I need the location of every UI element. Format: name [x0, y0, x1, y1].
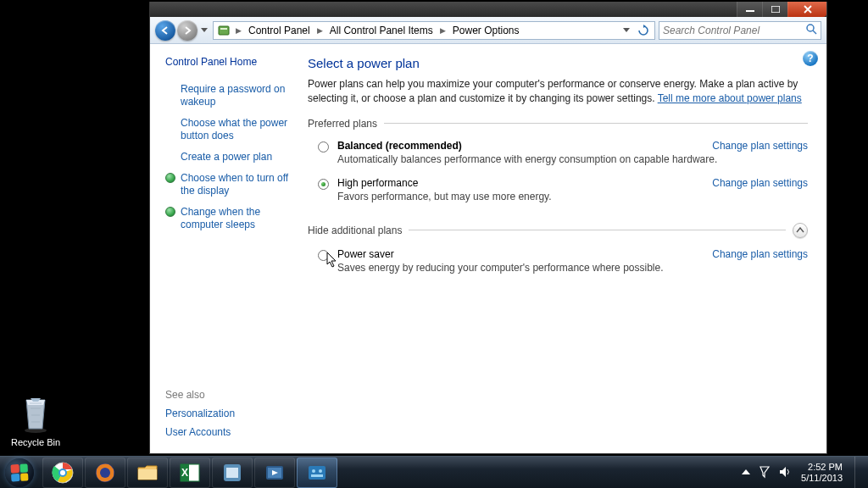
recycle-bin-label: Recycle Bin: [10, 437, 61, 447]
plan-power-saver-desc: Saves energy by reducing your computer's…: [337, 262, 808, 274]
app-icon: [220, 461, 244, 485]
recycle-bin-icon[interactable]: Recycle Bin: [10, 391, 61, 447]
minimize-button[interactable]: [737, 2, 762, 17]
plan-balanced-name: Balanced (recommended): [337, 140, 462, 152]
close-button[interactable]: [787, 2, 826, 17]
svg-rect-13: [138, 469, 157, 480]
sidebar-link-password-wakeup[interactable]: Require a password on wakeup: [165, 83, 292, 108]
address-dropdown[interactable]: [619, 23, 634, 38]
svg-point-5: [807, 25, 814, 31]
folder-icon: [136, 461, 159, 485]
help-icon[interactable]: ?: [803, 51, 818, 66]
breadcrumb-power-options[interactable]: Power Options: [451, 25, 521, 36]
sidebar-link-power-button[interactable]: Choose what the power button does: [165, 117, 292, 142]
svg-point-10: [60, 470, 65, 475]
preferred-plans-header: Preferred plans: [308, 118, 808, 130]
refresh-button[interactable]: [636, 23, 651, 38]
plan-power-saver: Power saver Change plan settings Saves e…: [308, 245, 808, 282]
back-button[interactable]: [155, 20, 175, 41]
windows-logo-icon: [10, 463, 28, 481]
taskbar-explorer[interactable]: [127, 458, 168, 488]
control-panel-home-link[interactable]: Control Panel Home: [165, 56, 292, 68]
plan-balanced-desc: Automatically balances performance with …: [337, 153, 808, 165]
change-plan-settings-link[interactable]: Change plan settings: [712, 248, 808, 260]
plan-high-performance-name: High performance: [337, 177, 418, 189]
maximize-button[interactable]: [762, 2, 787, 17]
navbar: ▶ Control Panel ▶ All Control Panel Item…: [150, 17, 826, 44]
intro-text: Power plans can help you maximize your c…: [308, 77, 808, 106]
media-icon: [263, 461, 287, 485]
plan-power-saver-radio[interactable]: [318, 250, 329, 261]
tray-overflow-button[interactable]: [742, 468, 750, 478]
sidebar-link-create-plan[interactable]: Create a power plan: [165, 151, 292, 164]
change-plan-settings-link[interactable]: Change plan settings: [712, 140, 808, 152]
see-also-personalization[interactable]: Personalization: [165, 408, 292, 419]
additional-plans-header: Hide additional plans: [308, 223, 808, 238]
clock-date: 5/11/2013: [801, 473, 843, 484]
breadcrumb-control-panel[interactable]: Control Panel: [247, 25, 312, 36]
svg-rect-24: [311, 474, 323, 477]
control-panel-task-icon: [305, 461, 329, 485]
svg-point-12: [100, 468, 110, 478]
taskbar-chrome[interactable]: [42, 458, 83, 488]
plan-high-performance-desc: Favors performance, but may use more ene…: [337, 191, 808, 202]
address-bar[interactable]: ▶ Control Panel ▶ All Control Panel Item…: [213, 21, 655, 40]
chrome-icon: [51, 461, 75, 485]
search-icon[interactable]: [805, 23, 817, 37]
clock[interactable]: 2:52 PM 5/11/2013: [801, 462, 846, 483]
search-box[interactable]: [659, 21, 821, 40]
system-tray: 2:52 PM 5/11/2013: [742, 457, 868, 489]
svg-point-22: [312, 469, 315, 473]
control-panel-window: ▶ Control Panel ▶ All Control Panel Item…: [149, 2, 827, 454]
chevron-right-icon[interactable]: ▶: [437, 26, 449, 35]
shield-icon: [165, 207, 175, 217]
plan-high-performance-radio[interactable]: [318, 179, 329, 190]
main-panel: ? Select a power plan Power plans can he…: [299, 44, 826, 453]
sidebar-link-turn-off-display[interactable]: Choose when to turn off the display: [165, 172, 292, 197]
svg-point-23: [319, 469, 322, 473]
taskbar-control-panel[interactable]: [297, 458, 337, 488]
taskbar-media-player[interactable]: [254, 458, 295, 488]
sidebar-link-computer-sleeps[interactable]: Change when the computer sleeps: [165, 206, 292, 231]
breadcrumb-all-items[interactable]: All Control Panel Items: [328, 25, 435, 36]
svg-rect-3: [219, 26, 229, 35]
nav-history-dropdown[interactable]: [199, 20, 209, 41]
svg-text:X: X: [181, 467, 188, 479]
taskbar-excel[interactable]: X: [170, 458, 210, 488]
svg-rect-4: [220, 28, 227, 30]
show-desktop-button[interactable]: [854, 457, 865, 489]
plan-power-saver-name: Power saver: [337, 248, 394, 260]
shield-icon: [165, 173, 175, 183]
plan-balanced-radio[interactable]: [318, 141, 329, 152]
change-plan-settings-link[interactable]: Change plan settings: [712, 177, 808, 189]
svg-rect-21: [309, 466, 326, 480]
tell-me-more-link[interactable]: Tell me more about power plans: [658, 92, 802, 104]
svg-rect-2: [771, 6, 780, 13]
action-center-icon[interactable]: [759, 465, 771, 480]
search-input[interactable]: [663, 25, 805, 36]
see-also-user-accounts[interactable]: User Accounts: [165, 426, 292, 438]
plan-balanced: Balanced (recommended) Change plan setti…: [308, 136, 808, 174]
titlebar[interactable]: [150, 2, 826, 17]
collapse-additional-button[interactable]: [793, 223, 808, 238]
sidebar: Control Panel Home Require a password on…: [150, 44, 299, 453]
chevron-right-icon[interactable]: ▶: [314, 26, 326, 35]
svg-line-6: [813, 30, 816, 34]
forward-button[interactable]: [177, 20, 198, 41]
svg-rect-1: [746, 10, 754, 12]
clock-time: 2:52 PM: [801, 462, 843, 473]
taskbar: X 2:52 PM 5/11/2013: [0, 456, 868, 488]
volume-icon[interactable]: [779, 466, 793, 480]
plan-high-performance: High performance Change plan settings Fa…: [308, 174, 808, 211]
chevron-right-icon[interactable]: ▶: [232, 26, 245, 35]
page-title: Select a power plan: [308, 56, 808, 70]
taskbar-app-a[interactable]: [212, 458, 253, 488]
taskbar-firefox[interactable]: [85, 458, 125, 488]
excel-icon: X: [178, 461, 202, 485]
control-panel-icon: [217, 24, 231, 37]
firefox-icon: [93, 461, 117, 485]
svg-rect-18: [226, 468, 238, 478]
start-button[interactable]: [0, 457, 39, 489]
see-also-label: See also: [165, 375, 292, 401]
